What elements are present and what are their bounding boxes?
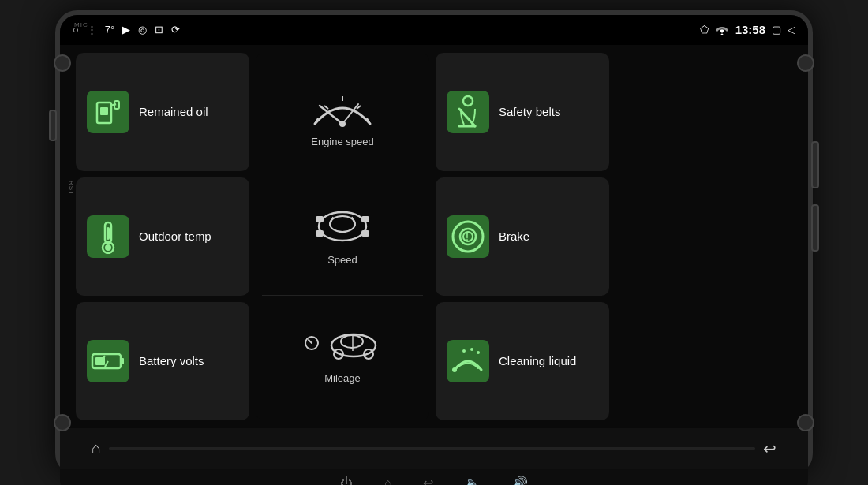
svg-rect-26 (316, 230, 324, 237)
svg-point-47 (452, 367, 457, 372)
svg-line-31 (309, 340, 312, 343)
status-bar: ○ ⋮ 7° ▶ ◎ ⊡ ⟳ ⬠ 13:58 ▢ ◁ (60, 15, 808, 45)
temperature-display: 7° (105, 24, 114, 35)
svg-point-23 (330, 216, 355, 232)
device-frame: MIC RST ○ ⋮ 7° ▶ ◎ ⊡ ⟳ ⬠ 13:58 ▢ ◁ (55, 10, 813, 476)
power-button[interactable]: ⏻ (340, 476, 353, 486)
svg-rect-4 (114, 101, 119, 109)
svg-point-0 (720, 33, 723, 35)
right-button-2[interactable] (811, 204, 819, 252)
svg-rect-24 (316, 216, 324, 222)
mount-top-right (797, 54, 814, 72)
mount-bottom-right (797, 414, 814, 431)
brake-label: Brake (499, 229, 529, 244)
seatbelt-icon (447, 91, 489, 133)
left-button[interactable] (49, 110, 57, 141)
svg-rect-6 (107, 227, 110, 240)
brake-icon: ! (447, 215, 489, 258)
svg-point-37 (463, 96, 473, 106)
battery-volts-label: Battery volts (139, 353, 204, 369)
mic-label: MIC (74, 21, 88, 28)
vol-down-button[interactable]: 🔈 (465, 476, 481, 485)
sync-icon: ⟳ (171, 24, 180, 35)
wiper-icon (447, 340, 489, 382)
speed-section: Speed (262, 177, 423, 296)
svg-rect-10 (121, 358, 124, 364)
vol-up-button[interactable]: 🔊 (512, 476, 528, 485)
cleaning-liquid-card[interactable]: Cleaning liquid (436, 302, 609, 420)
engine-speed-label: Engine speed (311, 136, 374, 147)
speed-label: Speed (327, 254, 357, 266)
svg-rect-27 (361, 230, 369, 237)
bottom-bar: ⌂ ↩ (60, 428, 808, 469)
svg-point-32 (331, 334, 376, 356)
right-button-1[interactable] (811, 141, 819, 188)
outdoor-temp-label: Outdoor temp (139, 229, 211, 244)
back-phys-button[interactable]: ↩ (423, 476, 433, 485)
svg-point-21 (339, 121, 346, 127)
mileage-section: Mileage (262, 296, 423, 413)
svg-point-8 (105, 244, 111, 251)
fuel-icon (87, 91, 129, 133)
home-phys-button[interactable]: ⌂ (384, 476, 392, 486)
main-grid: Remained oil Outdoor temp (60, 45, 808, 428)
clock-display: 13:58 (735, 23, 765, 36)
svg-point-44 (462, 349, 466, 353)
remained-oil-card[interactable]: Remained oil (76, 53, 249, 171)
svg-rect-2 (100, 107, 108, 115)
rst-label: RST (68, 181, 75, 196)
back-button[interactable]: ↩ (755, 436, 784, 461)
svg-text:!: ! (466, 232, 469, 243)
svg-point-45 (470, 348, 473, 351)
svg-point-33 (341, 335, 363, 348)
battery-icon (87, 340, 129, 382)
svg-line-13 (105, 361, 108, 367)
safety-belts-label: Safety belts (499, 104, 560, 120)
media-icon: ▶ (122, 24, 130, 35)
svg-line-15 (324, 106, 328, 109)
cleaning-liquid-label: Cleaning liquid (499, 353, 576, 369)
outdoor-temp-card[interactable]: Outdoor temp (76, 177, 249, 296)
battery-volts-card[interactable]: Battery volts (76, 302, 249, 420)
engine-speed-section: Engine speed (262, 59, 423, 177)
status-left: ○ ⋮ 7° ▶ ◎ ⊡ ⟳ (73, 24, 692, 35)
square-icon: ▢ (772, 24, 781, 35)
camera-icon: ◎ (138, 24, 147, 35)
center-panel[interactable]: Engine speed Speed (256, 53, 429, 420)
menu-icon: ⋮ (87, 24, 97, 35)
photo-icon: ⊡ (155, 24, 163, 35)
svg-point-46 (477, 351, 480, 354)
status-right: ⬠ 13:58 ▢ ◁ (700, 23, 795, 36)
thermometer-icon (87, 215, 129, 258)
brake-card[interactable]: ! Brake (436, 177, 609, 296)
bluetooth-icon: ⬠ (700, 24, 709, 35)
remained-oil-label: Remained oil (139, 104, 208, 120)
mount-top-left (54, 54, 71, 72)
physical-bar: ⏻ ⌂ ↩ 🔈 🔊 (60, 469, 808, 486)
home-button[interactable]: ⌂ (84, 436, 109, 461)
mileage-label: Mileage (324, 372, 361, 384)
mount-bottom-left (54, 414, 71, 431)
svg-rect-25 (361, 216, 369, 222)
wifi-icon (715, 24, 729, 35)
safety-belts-card[interactable]: Safety belts (436, 53, 609, 171)
progress-bar (109, 447, 755, 450)
back-nav-icon: ◁ (788, 24, 795, 35)
